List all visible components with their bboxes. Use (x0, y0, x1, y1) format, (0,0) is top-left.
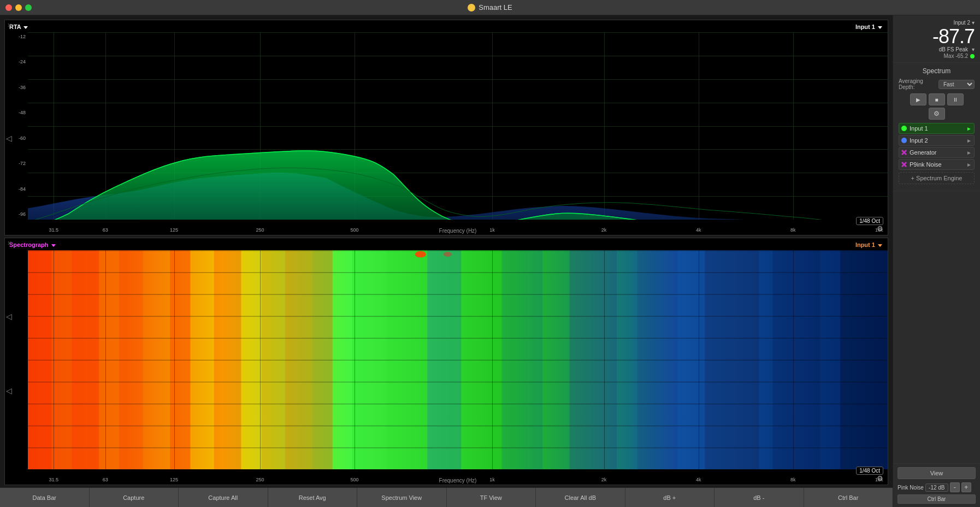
view-button[interactable]: View (898, 467, 976, 479)
spectro-vol-slider-top[interactable]: ◁ (6, 312, 12, 321)
pink-noise-minus-button[interactable]: - (950, 482, 960, 492)
avg-depth-select[interactable]: Fast Medium Slow Infinite (938, 80, 975, 89)
avg-depth-row: Averaging Depth: Fast Medium Slow Infini… (899, 78, 975, 90)
channel-input2[interactable]: Input 2 ► (899, 135, 975, 146)
reset-avg-button[interactable]: Reset Avg (268, 488, 358, 507)
pink-noise-plus-button[interactable]: + (961, 482, 971, 492)
main-layout: ✕ RTA Input 1 -12 -24 -36 -48 -60 -72 -8… (0, 15, 980, 507)
pause-button[interactable]: ⏸ (947, 93, 964, 105)
rta-y-axis: -12 -24 -36 -48 -60 -72 -84 -96 (5, 20, 28, 220)
input2-arrow: ► (966, 138, 972, 144)
spectro-settings-icon[interactable]: ⚙ (877, 474, 883, 482)
app-title-text: Smaart LE (479, 3, 512, 11)
ctrl-bar-button[interactable]: Ctrl Bar (804, 488, 893, 507)
settings-row: ⚙ (899, 108, 975, 120)
channel-generator[interactable]: Generator ► (899, 147, 975, 158)
spectro-label: Spectrograph (9, 241, 56, 248)
spectrum-title: Spectrum (899, 67, 975, 75)
rta-dropdown-icon[interactable] (23, 26, 28, 29)
db-plus-button[interactable]: dB + (625, 488, 715, 507)
rta-resolution-badge[interactable]: 1/48 Oct (856, 217, 883, 225)
spectro-panel: ✕ Spectrograph Input 1 -12-24-36-48-60-7… (4, 238, 888, 485)
spectro-resolution-badge[interactable]: 1/48 Oct (856, 467, 883, 475)
rta-panel: ✕ RTA Input 1 -12 -24 -36 -48 -60 -72 -8… (4, 20, 888, 235)
spectro-vol-slider-bottom[interactable]: ◁ (6, 386, 12, 395)
play-button[interactable]: ▶ (910, 93, 926, 105)
generator-dot (901, 150, 907, 155)
data-bar-button[interactable]: Data Bar (0, 488, 90, 507)
tf-view-button[interactable]: TF View (447, 488, 536, 507)
clear-all-db-button[interactable]: Clear All dB (536, 488, 625, 507)
input2-dot (901, 138, 907, 143)
app-title: Smaart LE (468, 3, 512, 11)
spectrum-view-button[interactable]: Spectrum View (357, 488, 447, 507)
meter-section: Input 2 ▾ -87.7 dB FS Peak ▾ Max -65.2 (893, 15, 980, 63)
rta-label: RTA (9, 23, 28, 30)
p9ink-dot (901, 162, 907, 167)
channel-p9ink[interactable]: P9ink Noise ► (899, 159, 975, 170)
p9ink-arrow: ► (966, 162, 972, 168)
capture-all-button[interactable]: Capture All (179, 488, 268, 507)
bottom-right-section: View Pink Noise -12 dB - + Ctrl Bar (893, 463, 980, 507)
spectro-input-dropdown-icon[interactable] (878, 244, 882, 247)
minimize-button[interactable] (15, 4, 22, 11)
left-panel: ✕ RTA Input 1 -12 -24 -36 -48 -60 -72 -8… (0, 15, 893, 507)
rta-volume-slider[interactable]: ◁ (6, 134, 12, 143)
right-panel: Input 2 ▾ -87.7 dB FS Peak ▾ Max -65.2 S… (893, 15, 980, 507)
ctrl-bar-bottom-button[interactable]: Ctrl Bar (898, 494, 976, 504)
capture-button[interactable]: Capture (90, 488, 179, 507)
close-button[interactable] (5, 4, 12, 11)
spectrum-section: Spectrum Averaging Depth: Fast Medium Sl… (893, 63, 980, 191)
rta-input-label: Input 1 (855, 23, 882, 30)
rta-settings-icon[interactable]: ⚙ (877, 225, 883, 233)
meter-max-dot (970, 54, 975, 58)
stop-button[interactable]: ■ (929, 93, 945, 105)
titlebar: Smaart LE (0, 0, 980, 15)
transport-row: ▶ ■ ⏸ (899, 93, 975, 105)
spectro-dropdown-icon[interactable] (51, 244, 56, 247)
spectro-x-title: Frequency (Hz) (28, 477, 888, 484)
rta-input-dropdown-icon[interactable] (878, 26, 882, 29)
rta-spectrum-svg (28, 32, 888, 220)
maximize-button[interactable] (25, 4, 32, 11)
channel-input1[interactable]: Input 1 ► (899, 123, 975, 134)
generator-arrow: ► (966, 150, 972, 156)
input1-dot (901, 126, 907, 131)
pink-noise-row: Pink Noise -12 dB - + (898, 482, 976, 492)
toolbar: Data Bar Capture Capture All Reset Avg S… (0, 487, 893, 507)
meter-unit-dropdown[interactable]: ▾ (972, 46, 975, 52)
window-controls (5, 4, 32, 11)
spectro-grid-v (28, 250, 888, 469)
add-engine-button[interactable]: + Spectrum Engine (899, 172, 975, 184)
rta-close-icon[interactable]: ✕ (7, 22, 12, 28)
db-minus-button[interactable]: dB - (715, 488, 804, 507)
rta-x-title: Frequency (Hz) (28, 228, 888, 234)
input1-arrow: ► (966, 126, 972, 132)
rta-chart-area (28, 32, 888, 220)
spectro-close-icon[interactable]: ✕ (7, 240, 12, 246)
meter-max-row: Max -65.2 (899, 53, 975, 59)
meter-value: -87.7 (899, 27, 975, 46)
spectro-y-axis: -12-24-36-48-60-72-84-96 (5, 238, 28, 469)
spectro-input-label: Input 1 (855, 241, 882, 248)
pink-noise-value: -12 dB (925, 484, 948, 492)
spectrum-settings-button[interactable]: ⚙ (929, 108, 945, 120)
app-icon (468, 4, 475, 11)
